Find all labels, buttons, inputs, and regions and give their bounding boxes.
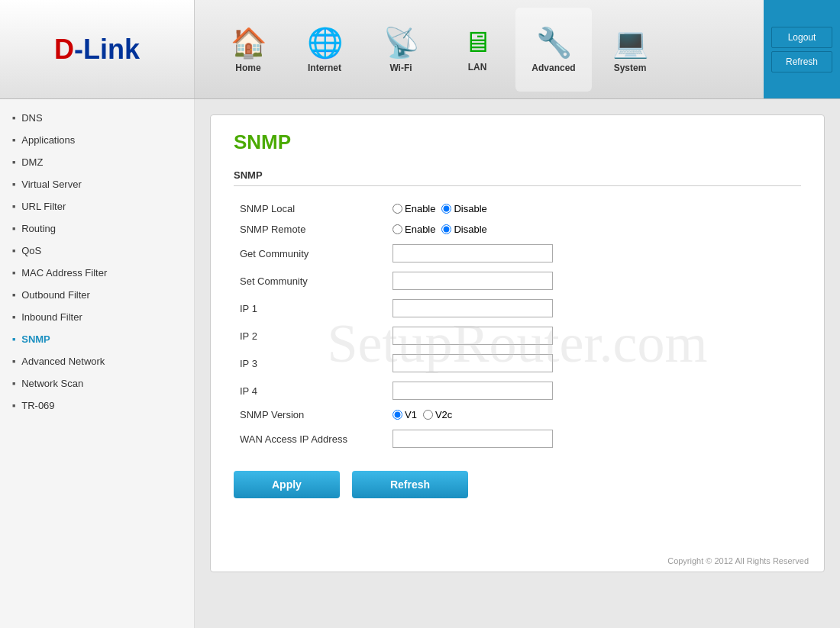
sidebar-item-qos[interactable]: QoS <box>0 240 194 262</box>
main-nav: 🏠 Home 🌐 Internet 📡 Wi-Fi 🖥 LAN 🔧 Advanc… <box>195 0 764 98</box>
ip4-input[interactable] <box>393 382 553 400</box>
snmp-remote-disable-radio[interactable] <box>441 224 451 234</box>
nav-internet-label: Internet <box>308 63 341 73</box>
snmp-local-radio-group: Enable Disable <box>393 203 795 214</box>
snmp-remote-enable-radio[interactable] <box>393 224 402 234</box>
snmp-v1-label[interactable]: V1 <box>393 409 417 420</box>
copyright-text: Copyright © 2012 All Rights Reserved <box>667 556 809 565</box>
wan-access-label: WAN Access IP Address <box>234 425 386 452</box>
snmp-remote-row: SNMP Remote Enable Disable <box>234 219 801 240</box>
section-title: SNMP <box>234 169 801 186</box>
nav-lan-label: LAN <box>468 62 487 72</box>
snmp-v1-radio[interactable] <box>393 410 402 420</box>
sidebar-item-network-scan[interactable]: Network Scan <box>0 372 194 395</box>
get-community-row: Get Community <box>234 240 801 267</box>
snmp-remote-disable-label[interactable]: Disable <box>441 224 486 235</box>
ip4-row: IP 4 <box>234 377 801 404</box>
nav-wifi[interactable]: 📡 Wi-Fi <box>363 8 439 92</box>
snmp-version-radio-group: V1 V2c <box>393 409 795 420</box>
snmp-remote-radio-group: Enable Disable <box>393 224 795 235</box>
sidebar-item-dmz[interactable]: DMZ <box>0 151 194 173</box>
lan-icon: 🖥 <box>463 26 492 59</box>
set-community-row: Set Community <box>234 267 801 295</box>
snmp-local-disable-radio[interactable] <box>441 204 451 214</box>
ip1-row: IP 1 <box>234 295 801 322</box>
advanced-icon: 🔧 <box>536 26 572 60</box>
top-right-buttons: Logout Refresh <box>764 0 840 98</box>
nav-home-label: Home <box>235 63 260 73</box>
nav-internet[interactable]: 🌐 Internet <box>286 8 363 92</box>
logo-area: D-Link <box>0 0 195 98</box>
snmp-version-row: SNMP Version V1 V2c <box>234 404 801 425</box>
refresh-button[interactable]: Refresh <box>352 471 468 498</box>
sidebar-item-inbound-filter[interactable]: Inbound Filter <box>0 306 194 328</box>
ip1-input[interactable] <box>393 299 553 317</box>
get-community-input[interactable] <box>393 244 553 262</box>
ip1-label: IP 1 <box>234 295 386 322</box>
set-community-input[interactable] <box>393 272 553 290</box>
nav-advanced-label: Advanced <box>531 63 575 73</box>
sidebar-item-outbound-filter[interactable]: Outbound Filter <box>0 284 194 306</box>
snmp-form-table: SNMP Local Enable Disable <box>234 198 801 452</box>
system-icon: 💻 <box>612 26 648 60</box>
content-area: SetupRouter.com SNMP SNMP SNMP Local Ena… <box>195 99 840 628</box>
dlink-logo: D-Link <box>54 34 140 66</box>
sidebar-item-applications[interactable]: Applications <box>0 129 194 151</box>
wifi-icon: 📡 <box>383 26 419 60</box>
wan-access-row: WAN Access IP Address <box>234 425 801 452</box>
sidebar-item-routing[interactable]: Routing <box>0 217 194 240</box>
nav-system[interactable]: 💻 System <box>592 8 668 92</box>
snmp-local-row: SNMP Local Enable Disable <box>234 198 801 219</box>
home-icon: 🏠 <box>231 26 267 60</box>
nav-wifi-label: Wi-Fi <box>389 63 412 73</box>
sidebar-item-snmp[interactable]: SNMP <box>0 328 194 350</box>
nav-lan[interactable]: 🖥 LAN <box>439 8 515 92</box>
internet-icon: 🌐 <box>307 26 343 60</box>
ip3-input[interactable] <box>393 354 553 372</box>
snmp-version-label: SNMP Version <box>234 404 386 425</box>
snmp-v2c-label[interactable]: V2c <box>423 409 452 420</box>
ip2-row: IP 2 <box>234 322 801 349</box>
sidebar-item-dns[interactable]: DNS <box>0 107 194 129</box>
content-box: SetupRouter.com SNMP SNMP SNMP Local Ena… <box>210 114 825 572</box>
page-title: SNMP <box>234 130 801 154</box>
snmp-remote-enable-label[interactable]: Enable <box>393 224 435 235</box>
ip3-label: IP 3 <box>234 349 386 377</box>
snmp-local-disable-label[interactable]: Disable <box>441 203 486 214</box>
ip2-label: IP 2 <box>234 322 386 349</box>
snmp-remote-label: SNMP Remote <box>234 219 386 240</box>
nav-system-label: System <box>614 63 647 73</box>
snmp-local-enable-radio[interactable] <box>393 204 402 214</box>
get-community-label: Get Community <box>234 240 386 267</box>
sidebar-item-virtual-server[interactable]: Virtual Server <box>0 173 194 195</box>
set-community-label: Set Community <box>234 267 386 295</box>
apply-button[interactable]: Apply <box>234 471 340 498</box>
sidebar: DNS Applications DMZ Virtual Server URL … <box>0 99 195 628</box>
snmp-v2c-radio[interactable] <box>423 410 433 420</box>
sidebar-item-tr-069[interactable]: TR-069 <box>0 395 194 417</box>
ip4-label: IP 4 <box>234 377 386 404</box>
snmp-local-label: SNMP Local <box>234 198 386 219</box>
logout-button[interactable]: Logout <box>771 27 832 48</box>
ip3-row: IP 3 <box>234 349 801 377</box>
button-row: Apply Refresh <box>234 471 801 498</box>
nav-home[interactable]: 🏠 Home <box>210 8 286 92</box>
nav-advanced[interactable]: 🔧 Advanced <box>515 8 592 92</box>
snmp-local-enable-label[interactable]: Enable <box>393 203 435 214</box>
sidebar-item-mac-address-filter[interactable]: MAC Address Filter <box>0 262 194 284</box>
sidebar-item-advanced-network[interactable]: Advanced Network <box>0 350 194 372</box>
wan-access-input[interactable] <box>393 430 553 448</box>
sidebar-item-url-filter[interactable]: URL Filter <box>0 195 194 217</box>
header-refresh-button[interactable]: Refresh <box>771 51 832 72</box>
ip2-input[interactable] <box>393 327 553 345</box>
